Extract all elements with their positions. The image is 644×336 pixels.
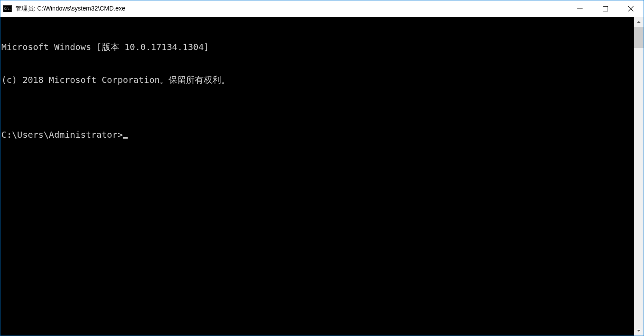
minimize-icon: [577, 6, 583, 11]
cmd-window: C:\. 管理员: C:\Windows\system32\CMD.exe: [0, 0, 644, 336]
cursor: [123, 137, 128, 139]
maximize-button[interactable]: [593, 0, 618, 17]
app-icon: C:\.: [3, 5, 12, 12]
titlebar[interactable]: C:\. 管理员: C:\Windows\system32\CMD.exe: [0, 0, 644, 17]
terminal-line: (c) 2018 Microsoft Corporation。保留所有权利。: [1, 75, 634, 86]
svg-rect-0: [577, 9, 583, 9]
terminal-container: Microsoft Windows [版本 10.0.17134.1304] (…: [0, 17, 644, 336]
vertical-scrollbar[interactable]: [634, 17, 644, 336]
prompt-text: C:\Users\Administrator>: [1, 129, 123, 140]
scrollbar-thumb[interactable]: [634, 27, 644, 48]
scrollbar-track[interactable]: [634, 27, 644, 326]
scroll-up-button[interactable]: [634, 17, 644, 27]
chevron-down-icon: [637, 329, 641, 333]
terminal-line: Microsoft Windows [版本 10.0.17134.1304]: [1, 42, 634, 53]
scroll-down-button[interactable]: [634, 326, 644, 336]
window-title: 管理员: C:\Windows\system32\CMD.exe: [15, 5, 567, 13]
app-icon-text: C:\.: [4, 7, 11, 11]
minimize-button[interactable]: [567, 0, 593, 17]
close-button[interactable]: [618, 0, 644, 17]
prompt-line: C:\Users\Administrator>: [1, 129, 634, 140]
svg-rect-1: [603, 7, 608, 11]
window-controls: [567, 0, 644, 17]
terminal-output[interactable]: Microsoft Windows [版本 10.0.17134.1304] (…: [0, 17, 634, 336]
chevron-up-icon: [637, 20, 641, 24]
maximize-icon: [603, 6, 608, 11]
close-icon: [628, 6, 633, 11]
